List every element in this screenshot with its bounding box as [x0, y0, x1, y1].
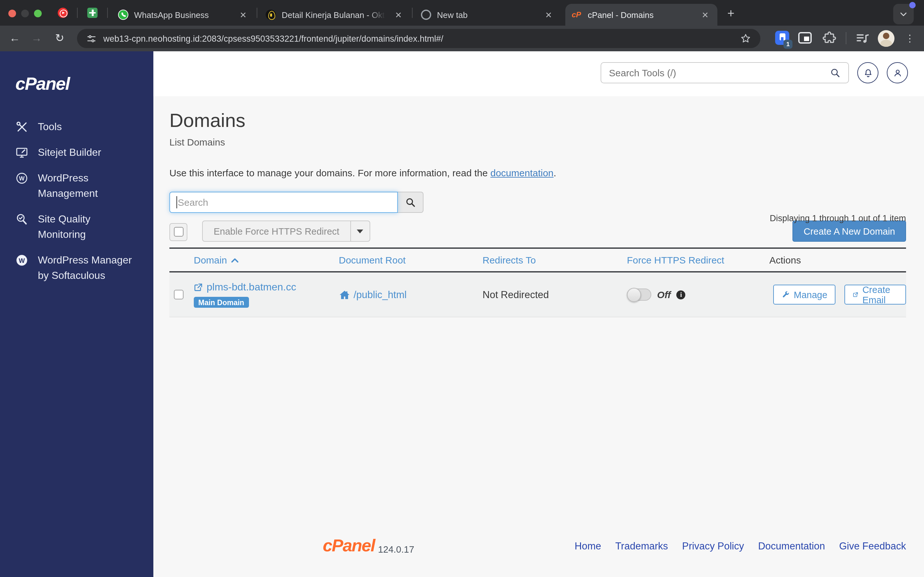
window-close-button[interactable]: [8, 10, 16, 17]
footer-link-home[interactable]: Home: [575, 540, 601, 552]
column-header-force-https[interactable]: Force HTTPS Redirect: [627, 255, 769, 266]
column-header-actions: Actions: [769, 255, 906, 266]
sidebar-item-label: Tools: [38, 119, 62, 135]
bulk-controls-row: Enable Force HTTPS Redirect Create A New…: [170, 221, 906, 242]
sidebar-item-tools[interactable]: Tools: [15, 119, 148, 135]
select-all-checkbox[interactable]: [170, 223, 187, 241]
redirects-to-cell: Not Redirected: [483, 272, 627, 317]
new-tab-button[interactable]: +: [723, 6, 738, 22]
close-tab-icon[interactable]: ✕: [543, 9, 554, 21]
column-header-domain[interactable]: Domain: [194, 255, 339, 266]
forward-button[interactable]: →: [29, 31, 44, 45]
address-bar[interactable]: web13-cpn.neohosting.id:2083/cpsess95035…: [77, 29, 760, 48]
tab-separator: [412, 8, 413, 18]
cpanel-logo[interactable]: cPanel: [15, 74, 69, 94]
monitor-pen-icon: [15, 146, 28, 159]
tab-title: Detail Kinerja Bulanan - Oktob: [282, 10, 388, 19]
tab-search-button[interactable]: [893, 4, 914, 24]
document-root-link[interactable]: /public_html: [354, 289, 407, 300]
bookmark-star-icon[interactable]: [740, 33, 751, 44]
version-label: 124.0.17: [378, 544, 414, 554]
manage-button[interactable]: Manage: [773, 285, 836, 305]
domain-link[interactable]: plms-bdt.batmen.cc: [207, 282, 296, 293]
search-icon: [830, 67, 841, 78]
main-header: [153, 51, 924, 96]
url-text[interactable]: web13-cpn.neohosting.id:2083/cpsess95035…: [103, 34, 740, 43]
adblock-extension-icon[interactable]: 1: [775, 31, 789, 45]
media-controls-icon[interactable]: [855, 31, 870, 46]
bulk-action-button[interactable]: Enable Force HTTPS Redirect: [202, 221, 370, 242]
bulk-action-caret[interactable]: [351, 221, 370, 241]
tab-cpanel-domains-active[interactable]: cP cPanel - Domains ✕: [565, 4, 717, 26]
domain-search-box[interactable]: [170, 192, 398, 213]
sort-asc-icon: [231, 258, 238, 263]
sidebar-item-wordpress-management[interactable]: W WordPress Management: [15, 171, 148, 201]
documentation-link[interactable]: documentation: [491, 167, 554, 178]
pagination-status: Displaying 1 through 1 out of 1 item: [770, 213, 906, 223]
close-tab-icon[interactable]: ✕: [237, 9, 249, 21]
notifications-button[interactable]: [857, 62, 879, 83]
domains-table: Domain Document Root Redirects To Force …: [170, 247, 906, 318]
tab-detail-kinerja[interactable]: Detail Kinerja Bulanan - Oktob ✕: [259, 4, 411, 26]
main-domain-badge: Main Domain: [194, 297, 249, 308]
reload-button[interactable]: ↻: [53, 31, 67, 45]
domain-search-button[interactable]: [398, 192, 423, 213]
table-row: plms-bdt.batmen.cc Main Domain /public_h…: [170, 272, 906, 318]
close-tab-icon[interactable]: ✕: [393, 9, 404, 21]
home-icon: [339, 290, 351, 300]
domain-search-input[interactable]: [178, 197, 376, 208]
site-settings-icon[interactable]: [86, 33, 97, 44]
extensions-puzzle-icon[interactable]: [822, 31, 837, 46]
main-panel: Domains List Domains Use this interface …: [153, 51, 924, 577]
sidebar-item-site-quality-monitoring[interactable]: Site Quality Monitoring: [15, 211, 148, 242]
sidebar-item-label: Sitejet Builder: [38, 145, 101, 160]
back-button[interactable]: ←: [8, 31, 22, 45]
tab-whatsapp-business[interactable]: WhatsApp Business ✕: [111, 4, 255, 26]
page-description: Use this interface to manage your domain…: [170, 167, 906, 178]
tools-search-input[interactable]: [609, 67, 830, 78]
force-https-toggle[interactable]: [627, 288, 651, 301]
extension-badge: 1: [783, 40, 792, 49]
whatsapp-icon: [118, 10, 128, 20]
sidebar-item-sitejet-builder[interactable]: Sitejet Builder: [15, 145, 148, 160]
domain-search-row: [170, 192, 423, 213]
info-icon[interactable]: i: [677, 290, 686, 299]
window-minimize-button[interactable]: [21, 10, 29, 17]
profile-avatar[interactable]: [878, 30, 895, 47]
text-cursor: [176, 196, 177, 208]
pinned-tab-google-sheets[interactable]: [87, 8, 97, 18]
svg-text:W: W: [19, 257, 25, 264]
picture-in-picture-icon[interactable]: [798, 32, 812, 44]
tools-search-box[interactable]: [601, 62, 849, 83]
cpanel-favicon: cP: [572, 10, 582, 20]
window-zoom-button[interactable]: [34, 10, 42, 17]
row-checkbox[interactable]: [174, 290, 184, 300]
footer-link-privacy-policy[interactable]: Privacy Policy: [682, 540, 744, 552]
tab-title: New tab: [437, 10, 538, 19]
youtube-music-icon: [58, 8, 68, 18]
browser-menu-icon[interactable]: ⋮: [905, 31, 915, 46]
tab-title: WhatsApp Business: [134, 10, 232, 19]
sidebar-item-wordpress-manager-softaculous[interactable]: W WordPress Manager by Softaculous: [15, 253, 148, 284]
close-tab-icon[interactable]: ✕: [699, 9, 711, 21]
user-icon: [892, 68, 903, 78]
create-new-domain-button[interactable]: Create A New Domain: [793, 221, 906, 242]
page-subtitle: List Domains: [170, 137, 906, 147]
footer-link-give-feedback[interactable]: Give Feedback: [839, 540, 906, 552]
external-link-icon: [194, 283, 203, 292]
footer-link-documentation[interactable]: Documentation: [758, 540, 825, 552]
tools-icon: [15, 121, 28, 133]
footer-link-trademarks[interactable]: Trademarks: [615, 540, 668, 552]
crest-favicon: [266, 10, 276, 20]
tab-new-tab[interactable]: New tab ✕: [415, 4, 561, 26]
account-button[interactable]: [887, 62, 908, 83]
column-header-document-root[interactable]: Document Root: [339, 255, 483, 266]
pinned-tab-youtube-music[interactable]: [58, 8, 68, 18]
search-icon: [405, 197, 416, 208]
create-email-button[interactable]: Create Email: [845, 285, 906, 305]
column-header-redirects-to[interactable]: Redirects To: [483, 255, 627, 266]
magnifier-check-icon: [15, 213, 28, 226]
wordpress-icon: W: [15, 172, 28, 185]
page-footer: cPanel 124.0.17 Home Trademarks Privacy …: [323, 536, 906, 556]
sidebar-item-label: Site Quality Monitoring: [38, 211, 134, 242]
